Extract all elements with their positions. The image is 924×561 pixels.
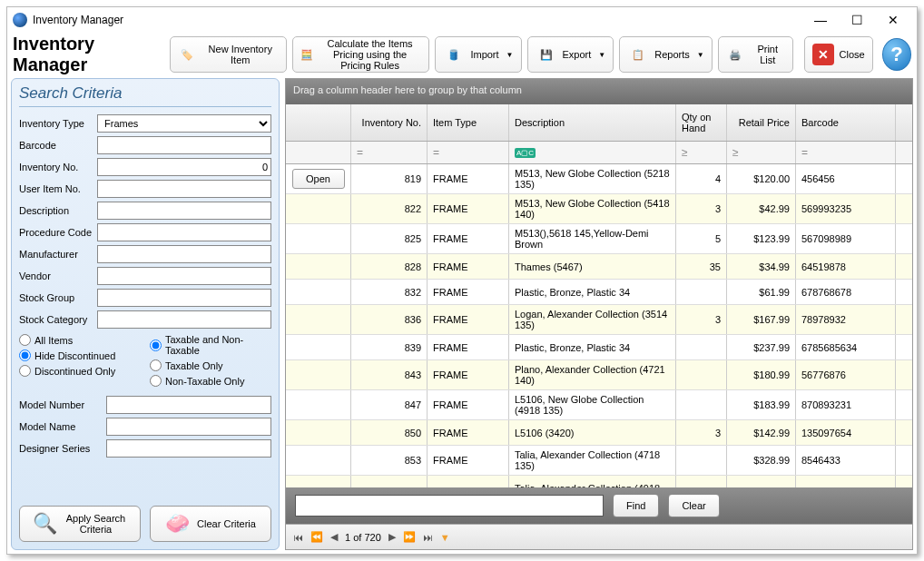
designer-series-label: Designer Series (19, 443, 106, 454)
procedure-code-input[interactable] (97, 223, 271, 241)
filter-price[interactable]: ≥ (727, 142, 796, 163)
table-row[interactable]: 828FRAMEThames (5467)35$34.9964519878 (286, 254, 912, 280)
inventory-no-label: Inventory No. (19, 162, 97, 172)
pager-text: 1 of 720 (345, 532, 381, 543)
import-button[interactable]: 🛢️ Import ▼ (435, 36, 521, 73)
import-icon: 🛢️ (443, 44, 465, 65)
description-input[interactable] (97, 202, 271, 220)
stock-group-label: Stock Group (19, 292, 97, 303)
maximize-button[interactable]: ☐ (839, 9, 875, 31)
table-row[interactable]: 832FRAMEPlastic, Bronze, Plastic 34$61.9… (286, 280, 912, 305)
find-bar: Find Clear (286, 487, 912, 524)
print-list-button[interactable]: 🖨️ Print List (718, 36, 793, 73)
inventory-type-label: Inventory Type (19, 118, 97, 129)
open-row-button[interactable]: Open (292, 169, 345, 189)
app-title: Inventory Manager (13, 34, 157, 75)
col-inventory-no[interactable]: Inventory No. (351, 104, 428, 141)
export-button[interactable]: 💾 Export ▼ (527, 36, 614, 73)
filter-qty[interactable]: ≥ (676, 142, 727, 163)
inventory-manager-window: Inventory Manager — ☐ ✕ Inventory Manage… (6, 6, 918, 555)
apply-search-button[interactable]: 🔍Apply Search Criteria (19, 506, 141, 542)
non-taxable-only-radio[interactable]: Non-Taxable Only (150, 375, 271, 387)
reports-icon: 📋 (627, 44, 649, 65)
barcode-input[interactable] (97, 136, 271, 154)
table-row[interactable]: 847FRAMEL5106, New Globe Collection (491… (286, 390, 912, 420)
new-inventory-item-button[interactable]: 🏷️ New Inventory Item (170, 36, 287, 73)
chevron-down-icon: ▼ (598, 51, 605, 59)
filter-type[interactable]: = (428, 142, 509, 163)
filter-icon[interactable]: ▼ (440, 532, 450, 543)
chevron-down-icon: ▼ (697, 51, 704, 59)
designer-series-input[interactable] (106, 439, 271, 458)
find-clear-button[interactable]: Clear (668, 494, 719, 517)
barcode-label: Barcode (19, 140, 97, 151)
reports-button[interactable]: 📋 Reports ▼ (619, 36, 712, 73)
minimize-button[interactable]: — (802, 9, 839, 31)
model-number-input[interactable] (106, 396, 271, 414)
results-grid-area: Drag a column header here to group by th… (285, 78, 913, 550)
next-set-button[interactable]: ⏩ (403, 531, 416, 543)
discontinued-only-radio[interactable]: Discontinued Only (19, 365, 141, 377)
description-label: Description (19, 205, 97, 216)
search-icon: 🔍 (33, 512, 57, 536)
col-description[interactable]: Description (509, 104, 676, 141)
filter-inv[interactable]: = (351, 142, 428, 163)
procedure-code-label: Procedure Code (19, 227, 97, 238)
col-barcode[interactable]: Barcode (796, 104, 896, 141)
stock-group-input[interactable] (97, 289, 271, 307)
filter-bc[interactable]: = (796, 142, 896, 163)
all-items-radio[interactable]: All Items (19, 334, 141, 346)
last-page-button[interactable]: ⏭ (423, 532, 433, 543)
manufacturer-input[interactable] (97, 245, 271, 263)
text-filter-icon: A▢C (515, 148, 536, 158)
table-row[interactable]: 825FRAMEM513(),5618 145,Yellow-Demi Brow… (286, 224, 912, 254)
next-page-button[interactable]: ▶ (388, 531, 396, 543)
table-row[interactable]: 850FRAMEL5106 (3420)3$142.99135097654 (286, 420, 912, 446)
find-button[interactable]: Find (613, 494, 659, 517)
col-item-type[interactable]: Item Type (428, 104, 509, 141)
find-input[interactable] (295, 495, 604, 517)
user-item-no-label: User Item No. (19, 183, 97, 194)
help-button[interactable]: ? (882, 38, 911, 71)
app-icon (13, 13, 27, 27)
vendor-input[interactable] (97, 267, 271, 285)
search-heading: Search Criteria (19, 83, 271, 107)
model-number-label: Model Number (19, 399, 106, 410)
prev-page-button[interactable]: ◀ (330, 531, 338, 543)
toolbar: Inventory Manager 🏷️ New Inventory Item … (7, 33, 917, 76)
table-row[interactable]: 839FRAMEPlastic, Bronze, Plastic 34$237.… (286, 335, 912, 360)
table-row[interactable]: 843FRAMEPlano, Alexander Collection (472… (286, 360, 912, 390)
chevron-down-icon: ▼ (506, 51, 514, 59)
vendor-label: Vendor (19, 271, 97, 281)
table-row[interactable]: 853FRAMETalia, Alexander Collection (471… (286, 446, 912, 476)
col-qty-on-hand[interactable]: Qty on Hand (676, 104, 727, 141)
stock-category-input[interactable] (97, 310, 271, 329)
manufacturer-label: Manufacturer (19, 249, 97, 260)
inventory-no-input[interactable] (97, 158, 271, 176)
table-row[interactable]: Talia, Alexander Collection (4918 (286, 476, 912, 487)
close-button[interactable]: ✕ Close (804, 36, 873, 73)
data-grid[interactable]: Inventory No. Item Type Description Qty … (286, 104, 912, 487)
table-row[interactable]: Open819FRAMEM513, New Globe Collection (… (286, 164, 912, 194)
first-page-button[interactable]: ⏮ (293, 532, 303, 543)
close-icon: ✕ (812, 44, 834, 65)
group-by-bar[interactable]: Drag a column header here to group by th… (286, 79, 912, 104)
clear-criteria-button[interactable]: 🧼Clear Criteria (150, 506, 271, 542)
printer-icon: 🖨️ (726, 44, 745, 65)
grid-filter-row: = = A▢C ≥ ≥ = (286, 142, 912, 164)
table-row[interactable]: 836FRAMELogan, Alexander Collection (351… (286, 305, 912, 335)
taxable-and-non-radio[interactable]: Taxable and Non-Taxable (150, 334, 271, 356)
col-retail-price[interactable]: Retail Price (727, 104, 796, 141)
calculate-pricing-button[interactable]: 🧮 Calculate the Items Pricing using the … (292, 36, 430, 73)
prev-set-button[interactable]: ⏪ (310, 531, 323, 543)
taxable-only-radio[interactable]: Taxable Only (150, 359, 271, 371)
window-close-button[interactable]: ✕ (875, 9, 911, 31)
export-icon: 💾 (536, 44, 557, 65)
stock-category-label: Stock Category (19, 314, 97, 325)
filter-desc[interactable]: A▢C (509, 142, 676, 163)
inventory-type-select[interactable]: Frames (97, 114, 271, 133)
hide-discontinued-radio[interactable]: Hide Discontinued (19, 349, 141, 361)
user-item-no-input[interactable] (97, 180, 271, 198)
model-name-input[interactable] (106, 418, 271, 436)
table-row[interactable]: 822FRAMEM513, New Globe Collection (5418… (286, 194, 912, 224)
